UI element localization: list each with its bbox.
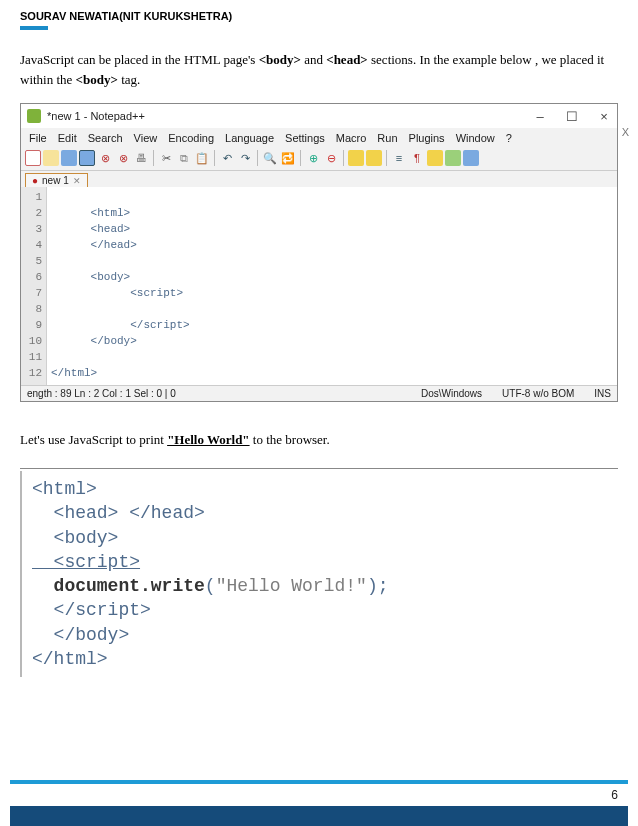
footer-band xyxy=(10,806,628,826)
toolbar-separator xyxy=(343,150,344,166)
doc-map-icon[interactable] xyxy=(463,150,479,166)
menu-encoding[interactable]: Encoding xyxy=(168,132,214,144)
line-number: 4 xyxy=(25,237,42,253)
menu-search[interactable]: Search xyxy=(88,132,123,144)
line-number: 11 xyxy=(25,349,42,365)
menu-window[interactable]: Window xyxy=(456,132,495,144)
mid-text-2: to the browser. xyxy=(250,432,330,447)
sync-v-icon[interactable] xyxy=(348,150,364,166)
code-docwrite: document.write xyxy=(32,576,205,596)
minimize-button[interactable]: – xyxy=(531,109,549,124)
close-button[interactable]: × xyxy=(595,109,613,124)
intro-text-2: and xyxy=(301,52,326,67)
file-tab[interactable]: ● new 1 ✕ xyxy=(25,173,88,187)
line-number: 7 xyxy=(25,285,42,301)
find-icon[interactable]: 🔍 xyxy=(262,150,278,166)
menu-run[interactable]: Run xyxy=(377,132,397,144)
notepadpp-window: *new 1 - Notepad++ – ☐ × X File Edit Sea… xyxy=(20,103,618,402)
toolbar-separator xyxy=(300,150,301,166)
redo-icon[interactable]: ↷ xyxy=(237,150,253,166)
line-number: 9 xyxy=(25,317,42,333)
window-titlebar[interactable]: *new 1 - Notepad++ – ☐ × xyxy=(21,104,617,128)
paste-icon[interactable]: 📋 xyxy=(194,150,210,166)
close-all-icon[interactable]: ⊗ xyxy=(115,150,131,166)
line-number: 5 xyxy=(25,253,42,269)
undo-icon[interactable]: ↶ xyxy=(219,150,235,166)
code-block: <html> <head> </head> <body> <script> do… xyxy=(20,471,618,677)
code-line: <head> </head> xyxy=(32,503,205,523)
code-line: </body> xyxy=(32,625,129,645)
menu-bar: File Edit Search View Encoding Language … xyxy=(21,128,617,148)
code-paren-close: ); xyxy=(367,576,389,596)
code-paren: ( xyxy=(205,576,216,596)
code-line: <body> xyxy=(51,271,130,283)
menu-help[interactable]: ? xyxy=(506,132,512,144)
menu-language[interactable]: Language xyxy=(225,132,274,144)
code-line: </body> xyxy=(51,335,137,347)
mid-paragraph: Let's use JavaScript to print "Hello Wor… xyxy=(0,402,638,458)
print-icon[interactable]: 🖶 xyxy=(133,150,149,166)
code-line: <body> xyxy=(32,528,118,548)
intro-head-tag: <head> xyxy=(326,52,368,67)
code-line: </script> xyxy=(51,319,190,331)
intro-body-tag2: <body> xyxy=(76,72,118,87)
toolbar-separator xyxy=(153,150,154,166)
window-title: *new 1 - Notepad++ xyxy=(47,110,145,122)
code-sample-2: <html> <head> </head> <body> <script> do… xyxy=(20,468,618,677)
code-line-script-open: <script> xyxy=(32,552,140,572)
new-file-icon[interactable] xyxy=(25,150,41,166)
extra-close-marker: X xyxy=(622,126,629,138)
toolbar-separator xyxy=(257,150,258,166)
sync-h-icon[interactable] xyxy=(366,150,382,166)
code-string: "Hello World!" xyxy=(216,576,367,596)
save-icon[interactable] xyxy=(61,150,77,166)
code-editor[interactable]: 1 2 3 4 5 6 7 8 9 10 11 12 <html> <head>… xyxy=(21,187,617,385)
show-chars-icon[interactable]: ¶ xyxy=(409,150,425,166)
line-number: 1 xyxy=(25,189,42,205)
zoom-in-icon[interactable]: ⊕ xyxy=(305,150,321,166)
app-icon xyxy=(27,109,41,123)
menu-settings[interactable]: Settings xyxy=(285,132,325,144)
open-file-icon[interactable] xyxy=(43,150,59,166)
menu-macro[interactable]: Macro xyxy=(336,132,367,144)
menu-file[interactable]: File xyxy=(29,132,47,144)
maximize-button[interactable]: ☐ xyxy=(563,109,581,124)
code-line: <script> xyxy=(51,287,183,299)
toolbar-separator xyxy=(214,150,215,166)
code-line: </html> xyxy=(51,367,97,379)
intro-body-tag: <body> xyxy=(259,52,301,67)
page-number: 6 xyxy=(0,784,638,806)
tab-close-icon[interactable]: ✕ xyxy=(73,176,81,186)
mid-text-1: Let's use JavaScript to print xyxy=(20,432,167,447)
code-content[interactable]: <html> <head> </head> <body> <script> </… xyxy=(47,187,617,385)
code-line: </script> xyxy=(32,600,151,620)
code-line: <html> xyxy=(32,479,97,499)
wrap-icon[interactable]: ≡ xyxy=(391,150,407,166)
save-all-icon[interactable] xyxy=(79,150,95,166)
page-footer: 6 xyxy=(0,780,638,826)
cut-icon[interactable]: ✂ xyxy=(158,150,174,166)
intro-text-4: tag. xyxy=(118,72,140,87)
tab-label: new 1 xyxy=(42,175,69,186)
copy-icon[interactable]: ⧉ xyxy=(176,150,192,166)
line-number: 8 xyxy=(25,301,42,317)
intro-paragraph: JavaScript can be placed in the HTML pag… xyxy=(0,50,638,89)
toolbar-separator xyxy=(386,150,387,166)
intro-text-1: JavaScript can be placed in the HTML pag… xyxy=(20,52,259,67)
folder-view-icon[interactable] xyxy=(445,150,461,166)
close-file-icon[interactable]: ⊗ xyxy=(97,150,113,166)
zoom-out-icon[interactable]: ⊖ xyxy=(323,150,339,166)
menu-edit[interactable]: Edit xyxy=(58,132,77,144)
code-line: <head> xyxy=(51,223,130,235)
menu-plugins[interactable]: Plugins xyxy=(409,132,445,144)
code-line: </html> xyxy=(32,649,108,669)
line-number: 2 xyxy=(25,205,42,221)
author-line: SOURAV NEWATIA(NIT KURUKSHETRA) xyxy=(20,10,232,22)
hello-world-emph: "Hello World" xyxy=(167,432,249,447)
line-number: 10 xyxy=(25,333,42,349)
replace-icon[interactable]: 🔁 xyxy=(280,150,296,166)
tab-dirty-icon: ● xyxy=(32,175,38,186)
menu-view[interactable]: View xyxy=(134,132,158,144)
code-line: </head> xyxy=(51,239,137,251)
indent-guide-icon[interactable] xyxy=(427,150,443,166)
